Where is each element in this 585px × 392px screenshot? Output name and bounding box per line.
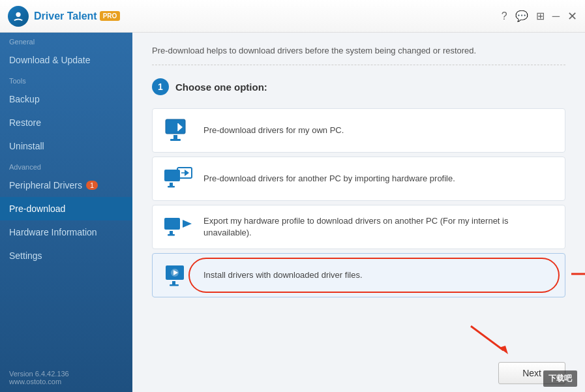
export-profile-icon [163,215,193,239]
options-list: Pre-download drivers for my own PC. [152,108,565,297]
option-own-pc-text: Pre-download drivers for my own PC. [203,125,344,136]
svg-rect-1 [166,119,185,134]
svg-rect-14 [168,234,175,236]
bottom-bar: Next [132,354,585,392]
install-drivers-icon [163,263,193,288]
advanced-section-label: Advanced [0,158,132,173]
window-controls: ? 💬 ⊞ ─ ✕ [502,9,577,23]
option-install-drivers[interactable]: Install drivers with downloaded driver f… [152,253,565,297]
svg-line-24 [471,326,503,350]
svg-rect-3 [170,139,181,141]
pro-badge: PRO [100,11,121,21]
svg-rect-19 [170,284,179,286]
sidebar-item-peripheral-drivers[interactable]: Peripheral Drivers 1 [0,173,132,197]
option-install-drivers-text: Install drivers with downloaded driver f… [203,269,363,281]
own-pc-icon [163,118,193,143]
close-icon[interactable]: ✕ [567,9,577,23]
option-own-pc[interactable]: Pre-download drivers for my own PC. [152,108,565,153]
sidebar-item-uninstall[interactable]: Uninstall [0,134,132,158]
sidebar-item-label: Restore [9,117,41,128]
sidebar-item-label: Uninstall [9,141,44,151]
sidebar-item-restore[interactable]: Restore [0,111,132,134]
svg-rect-8 [168,186,175,188]
titlebar: Driver Talent PRO ? 💬 ⊞ ─ ✕ [0,0,585,33]
svg-rect-13 [170,231,173,234]
svg-rect-7 [170,183,173,186]
step-header: 1 Choose one option: [152,78,565,95]
step-title: Choose one option: [175,82,267,93]
bottom-arrow-indicator [468,323,513,358]
option-export-profile[interactable]: Export my hardware profile to download d… [152,205,565,249]
app-body: General Download & Update Tools Backup R… [0,33,585,392]
grid-icon[interactable]: ⊞ [536,10,545,22]
svg-rect-12 [164,218,180,230]
option-another-pc-text: Pre-download drivers for another PC by i… [203,173,455,185]
option-export-profile-text: Export my hardware profile to download d… [203,215,554,239]
svg-rect-18 [172,281,175,284]
minimize-icon[interactable]: ─ [552,10,560,22]
sidebar-item-settings[interactable]: Settings [0,244,132,267]
sidebar-item-label: Hardware Information [9,227,97,237]
app-name: Driver Talent [34,10,97,22]
sidebar-item-label: Download & Update [9,55,91,65]
sidebar-item-download-update[interactable]: Download & Update [0,48,132,72]
sidebar-item-label: Pre-download [9,204,65,214]
help-icon[interactable]: ? [502,10,507,22]
watermark: 下载吧 [543,370,577,387]
main-content: Pre-download helps to download drivers b… [132,33,585,392]
app-logo [8,6,29,27]
description-text: Pre-download helps to download drivers b… [152,46,565,65]
svg-point-0 [16,12,20,16]
svg-marker-11 [185,170,189,176]
version-text: Version 6.4.42.136 [9,370,123,378]
sidebar-item-hardware-information[interactable]: Hardware Information [0,220,132,244]
tools-section-label: Tools [0,72,132,87]
sidebar-item-backup[interactable]: Backup [0,87,132,111]
sidebar-item-label: Backup [9,94,40,104]
another-pc-icon [163,166,193,191]
arrow-right-indicator [570,267,585,284]
general-section-label: General [0,33,132,48]
sidebar-footer: Version 6.4.42.136 www.ostoto.com [0,363,132,392]
content-area: Pre-download helps to download drivers b… [132,33,585,354]
chat-icon[interactable]: 💬 [515,10,528,22]
sidebar: General Download & Update Tools Backup R… [0,33,132,392]
sidebar-item-label: Settings [9,250,42,261]
sidebar-item-label: Peripheral Drivers [9,180,82,190]
website-text: www.ostoto.com [9,378,123,385]
sidebar-item-pre-download[interactable]: Pre-download [0,197,132,220]
option-another-pc[interactable]: Pre-download drivers for another PC by i… [152,157,565,201]
step-number: 1 [152,78,169,95]
svg-rect-2 [173,135,177,139]
peripheral-badge: 1 [86,181,98,190]
